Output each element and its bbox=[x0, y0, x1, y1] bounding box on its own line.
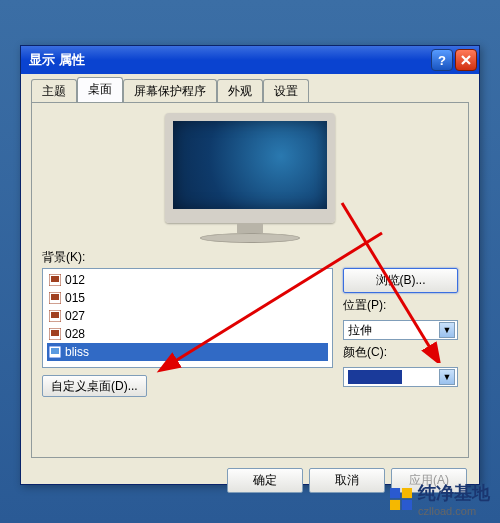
position-label: 位置(P): bbox=[343, 297, 458, 314]
tab-screensaver[interactable]: 屏幕保护程序 bbox=[123, 79, 217, 103]
svg-rect-11 bbox=[402, 488, 412, 498]
list-item-label: 027 bbox=[65, 308, 85, 324]
list-item-label: 015 bbox=[65, 290, 85, 306]
list-item[interactable]: 027 bbox=[47, 307, 328, 325]
cancel-button[interactable]: 取消 bbox=[309, 468, 385, 493]
svg-rect-1 bbox=[51, 276, 59, 282]
svg-rect-3 bbox=[51, 294, 59, 300]
combo-arrow-icon: ▼ bbox=[439, 369, 455, 385]
list-item[interactable]: 012 bbox=[47, 271, 328, 289]
monitor-preview bbox=[42, 113, 458, 243]
watermark-sub: czlload.com bbox=[418, 505, 490, 517]
desktop-tab-body: 背景(K): 012 015 027 bbox=[31, 102, 469, 458]
list-item[interactable]: 028 bbox=[47, 325, 328, 343]
list-item-label: bliss bbox=[65, 344, 89, 360]
monitor-base bbox=[200, 233, 300, 243]
color-swatch bbox=[348, 370, 402, 384]
tabstrip: 主题 桌面 屏幕保护程序 外观 设置 bbox=[21, 74, 479, 102]
list-item[interactable]: bliss bbox=[47, 343, 328, 361]
watermark-logo-icon bbox=[390, 488, 412, 510]
tab-themes[interactable]: 主题 bbox=[31, 79, 77, 103]
watermark: 纯净基地 czlload.com bbox=[390, 481, 490, 517]
customize-desktop-button[interactable]: 自定义桌面(D)... bbox=[42, 375, 147, 397]
display-properties-dialog: 显示 属性 ? 主题 桌面 屏幕保护程序 外观 设置 背景(K): bbox=[20, 45, 480, 485]
list-item-label: 012 bbox=[65, 272, 85, 288]
preview-screen bbox=[165, 113, 335, 223]
watermark-text: 纯净基地 bbox=[418, 483, 490, 503]
close-button[interactable] bbox=[455, 49, 477, 71]
tab-appearance[interactable]: 外观 bbox=[217, 79, 263, 103]
svg-rect-13 bbox=[402, 500, 412, 510]
ok-button[interactable]: 确定 bbox=[227, 468, 303, 493]
color-label: 颜色(C): bbox=[343, 344, 458, 361]
browse-button[interactable]: 浏览(B)... bbox=[343, 268, 458, 293]
svg-rect-10 bbox=[390, 488, 400, 498]
tab-settings[interactable]: 设置 bbox=[263, 79, 309, 103]
color-combo[interactable]: ▼ bbox=[343, 367, 458, 387]
dialog-title: 显示 属性 bbox=[29, 51, 429, 69]
image-file-icon bbox=[49, 328, 61, 340]
image-file-icon bbox=[49, 310, 61, 322]
titlebar[interactable]: 显示 属性 ? bbox=[21, 46, 479, 74]
svg-rect-7 bbox=[51, 330, 59, 336]
monitor-stand bbox=[237, 223, 263, 233]
image-file-icon bbox=[49, 274, 61, 286]
help-button[interactable]: ? bbox=[431, 49, 453, 71]
list-item[interactable]: 015 bbox=[47, 289, 328, 307]
background-listbox[interactable]: 012 015 027 028 bbox=[42, 268, 333, 368]
image-file-icon bbox=[49, 292, 61, 304]
position-combo[interactable]: 拉伸 ▼ bbox=[343, 320, 458, 340]
position-value: 拉伸 bbox=[348, 322, 372, 339]
svg-rect-5 bbox=[51, 312, 59, 318]
list-item-label: 028 bbox=[65, 326, 85, 342]
background-label: 背景(K): bbox=[42, 249, 333, 266]
combo-arrow-icon: ▼ bbox=[439, 322, 455, 338]
bmp-file-icon bbox=[49, 346, 61, 358]
svg-rect-9 bbox=[51, 348, 59, 354]
close-icon bbox=[460, 54, 472, 66]
svg-rect-12 bbox=[390, 500, 400, 510]
tab-desktop[interactable]: 桌面 bbox=[77, 77, 123, 102]
